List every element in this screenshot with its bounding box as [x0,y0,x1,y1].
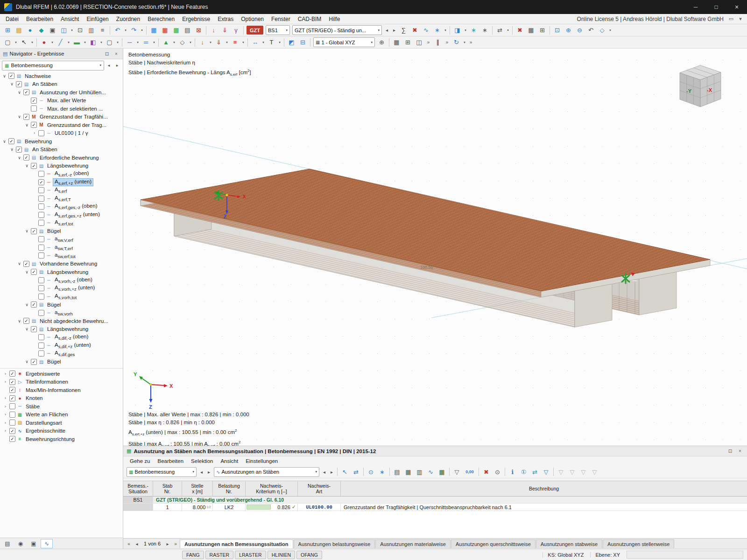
tree-item[interactable]: ─As,erf,-z (oben) [0,170,123,178]
checkbox[interactable]: ✓ [23,261,29,267]
rotate-options-dropdown-icon[interactable]: ▾ [462,37,467,48]
rfem-services-icon[interactable]: ◆ [36,25,47,35]
tree-item[interactable]: ∨✓▤An Stäben [0,146,123,154]
isometric-view-icon[interactable]: ◇ [597,25,607,35]
dlubal-account-icon[interactable]: ● [25,25,35,35]
tree-item[interactable]: ─asw,V,erf [0,235,123,244]
tab-ausnutzungen-stellenweise[interactable]: Ausnutzungen stellenweise [603,539,674,548]
line-options-dropdown-icon[interactable]: ▾ [66,37,71,48]
previous-load-case-button[interactable]: ◂ [383,25,390,35]
checkbox[interactable] [38,171,44,177]
collapse-arrow-icon[interactable]: ∨ [2,74,7,78]
tree-item[interactable]: ∨✓MGrenzzustand der Tragfähi... [0,113,123,121]
table-data-row[interactable]: 1 8.0001/2 LK2 0.826 ✓ UL0100.00 Grenzzu… [123,504,747,511]
menu-bearbeiten[interactable]: Bearbeiten [22,15,57,23]
checkbox[interactable] [38,187,44,193]
checkbox[interactable]: ✓ [9,436,15,442]
new-solid-icon[interactable]: ◧ [88,37,99,48]
design-case-dropdown[interactable]: ▦ Betonbemessung ▾ [2,61,104,70]
menu-berechnen[interactable]: Berechnen [144,15,178,23]
model-data-table-icon[interactable]: ▦ [148,25,159,35]
expand-arrow-icon[interactable]: › [3,412,8,417]
more-tools-2[interactable]: » [444,37,451,48]
tab-ausnutzungen-belastungsweise[interactable]: Ausnutzungen belastungsweise [294,539,375,548]
last-table-button[interactable]: » [172,539,179,548]
expand-arrow-icon[interactable]: › [3,404,8,409]
previous-design-case-button[interactable]: ◂ [198,467,205,477]
checkbox[interactable] [31,105,37,112]
collapse-arrow-icon[interactable]: ∨ [17,90,22,95]
tree-item[interactable]: ✓─As,erf,+z (unten) [0,178,123,187]
checkbox[interactable]: ✓ [8,73,14,79]
design-situation-badge[interactable]: GZT [247,26,263,35]
checkbox[interactable] [38,212,44,218]
move-options-dropdown-icon[interactable]: ▾ [506,25,510,35]
tree-item[interactable]: ∨✓▤Längsbewehrung [0,268,123,276]
checkbox[interactable]: ✓ [31,122,37,128]
expand-arrow-icon[interactable]: › [32,131,37,135]
tree-item[interactable]: ─As,dif,-z (oben) [0,333,123,342]
visibility-mode-icon[interactable]: ◩ [286,37,297,48]
table-view-grid-icon[interactable]: ▦ [403,467,414,477]
menu-hilfe[interactable]: Hilfe [325,15,344,23]
load-case-combo[interactable]: BS1▾ [266,25,290,35]
panel-display-tab[interactable]: ◉ [14,539,27,548]
node-options-dropdown-icon[interactable]: ▾ [50,37,55,48]
tree-item[interactable]: ∨✓▤Nicht abgedeckte Bewehru... [0,317,123,325]
tab-ausnutzungen-nach-bemessungssituation[interactable]: Ausnutzungen nach Bemessungssituation [180,539,293,548]
navigator-float-icon[interactable]: ⊡ [103,51,111,56]
checkbox[interactable] [9,420,15,426]
work-plane-icon[interactable]: ◫ [414,37,424,48]
tree-item[interactable]: ∨✓▤Längsbewehrung [0,162,123,170]
snap-hlinien[interactable]: HLINIEN [268,551,295,559]
collapse-arrow-icon[interactable]: ∨ [24,229,29,233]
tree-item[interactable]: ─As,dif,+z (unten) [0,342,123,350]
tree-item[interactable]: ∨✓▤Längsbewehrung [0,325,123,334]
checkbox[interactable]: ✓ [9,371,15,377]
panel-menu-einstellungen[interactable]: Einstellungen [242,458,282,464]
previous-view-icon[interactable]: ↶ [585,25,596,35]
decimal-places-icon[interactable]: 0,00 [463,467,477,477]
cancel-calculation-icon[interactable]: ✖ [409,25,420,35]
menu-optionen[interactable]: Optionen [237,15,268,23]
collapse-arrow-icon[interactable]: ∨ [17,155,22,160]
model-scene[interactable]: 100.55 X Z X [123,49,747,446]
support-options-dropdown-icon[interactable]: ▾ [172,37,176,48]
new-coordinate-system-icon[interactable]: ⊕ [376,37,387,48]
new-window-icon[interactable]: ⊞ [537,25,548,35]
checkbox[interactable]: ✓ [31,269,37,275]
checkbox[interactable]: ✓ [9,428,15,434]
tree-item[interactable]: ∨✓▤Nachweise [0,72,123,80]
panel-close-icon[interactable]: × [736,448,744,454]
concrete-beam-model[interactable]: 100.55 [141,169,710,327]
expand-arrow-icon[interactable]: › [3,420,8,425]
table-window-icon[interactable]: ▦ [526,25,536,35]
load-data-table-icon[interactable]: ▦ [160,25,170,35]
checkbox[interactable] [9,403,15,409]
info-comment-icon[interactable]: ℹ [507,467,518,477]
tree-item[interactable]: ✓─Max. aller Werte [0,97,123,105]
tree-item[interactable]: ∨✓▤Vorhandene Bewehrung [0,260,123,268]
member-load-options-dropdown-icon[interactable]: ▾ [225,37,229,48]
table-view-compact-icon[interactable]: ▤ [392,467,402,477]
panel-options-dropdown-icon[interactable]: ▾ [463,25,468,35]
checkbox[interactable]: ✓ [31,301,37,308]
snap-raster[interactable]: RASTER [205,551,234,559]
show-results-icon[interactable]: ∿ [421,25,431,35]
sync-selection-icon[interactable]: ↖ [339,467,350,477]
annotations-icon[interactable]: T [266,37,277,48]
next-table-page-button[interactable]: ▸ [164,539,171,548]
collapse-arrow-icon[interactable]: ∨ [24,123,29,127]
rotate-view-icon[interactable]: ↻ [451,37,462,48]
panel-menu-selektion[interactable]: Selektion [187,458,217,464]
navigator-close-icon[interactable]: × [113,51,120,56]
next-load-case-button[interactable]: ▸ [391,25,398,35]
collapse-arrow-icon[interactable]: ∨ [9,82,14,86]
excel-export-icon[interactable]: ▦ [437,467,447,477]
table-settings-icon[interactable]: ▤ [182,25,193,35]
open-model-icon[interactable]: ▤ [14,25,24,35]
dimension-options-dropdown-icon[interactable]: ▾ [261,37,266,48]
expand-arrow-icon[interactable]: › [3,379,8,384]
new-member-set-icon[interactable]: ═ [141,37,151,48]
chart-view-icon[interactable]: ∿ [425,467,436,477]
